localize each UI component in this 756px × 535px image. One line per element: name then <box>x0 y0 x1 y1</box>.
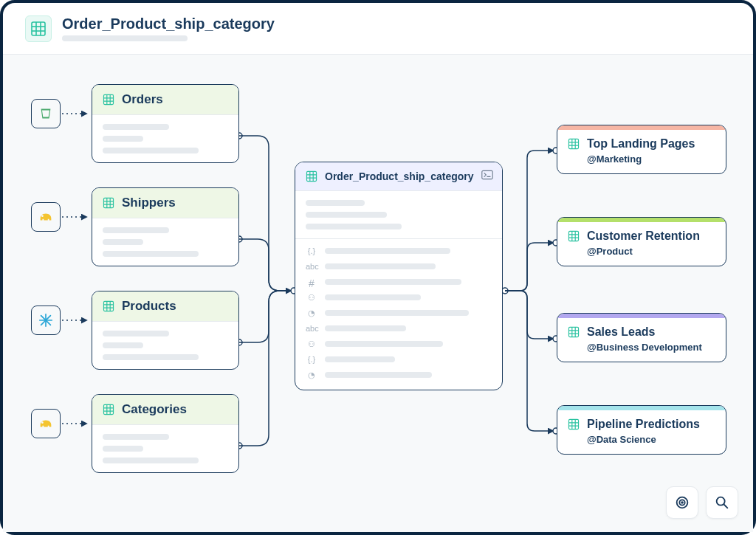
svg-point-71 <box>681 502 683 503</box>
grid-icon <box>30 21 47 37</box>
snowflake-icon <box>38 312 54 328</box>
recenter-button[interactable] <box>666 486 698 519</box>
subtitle-placeholder <box>62 35 188 41</box>
source-header: Shippers <box>92 188 238 218</box>
search-button[interactable] <box>706 486 738 519</box>
derived-dataset-node[interactable]: Order_Product_ship_category {.} abc # ⚇ … <box>295 162 503 390</box>
grid-icon <box>568 230 580 242</box>
grid-icon <box>568 326 580 338</box>
output-owner: @Data Science <box>568 434 715 445</box>
svg-rect-43 <box>306 171 316 181</box>
source-connector-icon-categories[interactable] <box>31 409 61 438</box>
source-node-shippers[interactable]: Shippers <box>92 187 239 266</box>
hadoop-elephant-icon <box>38 209 54 225</box>
field-row: ⚇ <box>306 339 492 348</box>
grid-icon <box>306 170 317 182</box>
output-title: Customer Retention <box>587 229 700 243</box>
hadoop-elephant-icon <box>38 415 54 432</box>
grid-icon <box>103 94 114 106</box>
field-row: # <box>306 277 492 286</box>
number-type-icon: # <box>306 277 317 286</box>
svg-rect-48 <box>481 170 492 179</box>
timestamp-type-icon: ◔ <box>306 370 317 379</box>
grid-icon <box>103 404 114 415</box>
source-connector-icon-products[interactable] <box>31 306 61 335</box>
text-type-icon: abc <box>306 324 317 333</box>
source-title: Categories <box>122 402 187 417</box>
field-row: {.} <box>306 355 492 364</box>
output-node-top-landing-pages[interactable]: Top Landing Pages @Marketing <box>557 125 726 174</box>
struct-type-icon: ⚇ <box>306 293 317 302</box>
output-owner: @Product <box>568 246 715 257</box>
svg-rect-33 <box>103 301 113 311</box>
derived-fields-list: {.} abc # ⚇ ◔ abc ⚇ {.} ◔ <box>295 239 502 390</box>
output-owner: @Business Development <box>568 342 715 353</box>
field-row: ◔ <box>306 308 492 317</box>
dataset-grid-icon <box>25 15 52 42</box>
output-title: Pipeline Predictions <box>587 418 700 431</box>
source-node-categories[interactable]: Categories <box>92 394 239 473</box>
source-title: Products <box>122 299 176 314</box>
source-connector-icon-orders[interactable] <box>31 99 61 128</box>
field-row: {.} <box>306 246 492 255</box>
grid-icon <box>103 300 114 312</box>
target-icon <box>674 494 690 511</box>
json-type-icon: {.} <box>306 355 317 364</box>
output-owner: @Marketing <box>568 153 715 165</box>
field-row: abc <box>306 262 492 271</box>
source-title: Shippers <box>122 196 176 210</box>
struct-type-icon: ⚇ <box>306 339 317 348</box>
output-node-customer-retention[interactable]: Customer Retention @Product <box>557 217 726 266</box>
header: Order_Product_ship_category <box>3 3 753 55</box>
derived-meta <box>295 191 502 239</box>
grid-icon <box>568 418 580 430</box>
field-row: ◔ <box>306 370 492 379</box>
page-title: Order_Product_ship_category <box>62 15 275 32</box>
json-type-icon: {.} <box>306 246 317 255</box>
run-query-icon[interactable] <box>481 170 493 183</box>
derived-title: Order_Product_ship_category <box>325 170 474 182</box>
output-title: Sales Leads <box>587 325 656 339</box>
source-connector-icon-shippers[interactable] <box>31 202 61 232</box>
svg-rect-38 <box>103 404 113 414</box>
output-node-pipeline-predictions[interactable]: Pipeline Predictions @Data Science <box>557 405 726 455</box>
source-header: Products <box>92 291 238 322</box>
timestamp-type-icon: ◔ <box>306 308 317 317</box>
derived-header: Order_Product_ship_category <box>295 162 502 191</box>
svg-point-72 <box>717 497 725 505</box>
search-icon <box>714 494 730 511</box>
source-header: Orders <box>92 85 238 115</box>
header-text: Order_Product_ship_category <box>62 15 275 41</box>
svg-rect-59 <box>568 327 578 336</box>
svg-rect-0 <box>32 22 45 35</box>
text-type-icon: abc <box>306 262 317 271</box>
bucket-icon <box>38 106 54 122</box>
svg-rect-49 <box>568 139 578 148</box>
svg-rect-64 <box>568 419 578 429</box>
source-title: Orders <box>122 92 163 107</box>
svg-rect-23 <box>103 94 113 104</box>
field-row: abc <box>306 324 492 333</box>
grid-icon <box>568 138 580 150</box>
lineage-canvas[interactable]: Orders Shippers Products <box>3 55 753 532</box>
output-node-sales-leads[interactable]: Sales Leads @Business Development <box>557 313 726 362</box>
svg-point-14 <box>502 288 508 294</box>
svg-rect-28 <box>103 198 113 207</box>
output-title: Top Landing Pages <box>587 137 695 151</box>
app-frame: Order_Product_ship_category <box>0 0 756 535</box>
source-header: Categories <box>92 395 238 425</box>
source-node-orders[interactable]: Orders <box>92 84 239 163</box>
svg-rect-54 <box>568 231 578 241</box>
source-node-products[interactable]: Products <box>92 291 239 370</box>
svg-line-73 <box>724 505 728 508</box>
field-row: ⚇ <box>306 293 492 302</box>
grid-icon <box>103 197 114 209</box>
